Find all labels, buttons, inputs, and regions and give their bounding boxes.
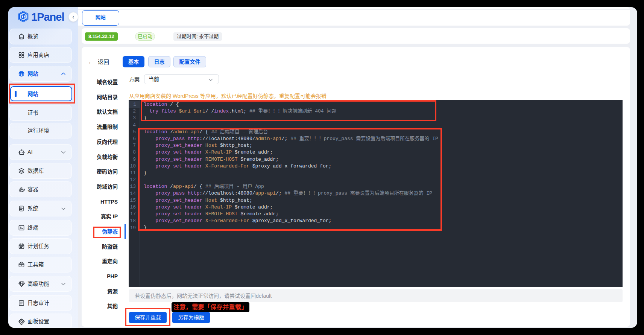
- svg-text:1: 1: [22, 14, 25, 19]
